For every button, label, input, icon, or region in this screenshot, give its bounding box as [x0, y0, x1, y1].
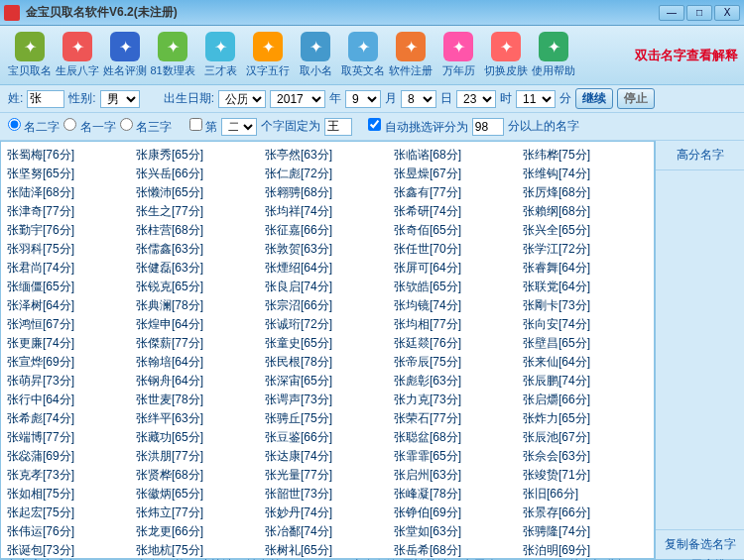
name-item[interactable]: 张伟运[76分] [5, 522, 134, 541]
name-item[interactable]: 张柱营[68分] [134, 221, 263, 240]
name-item[interactable]: 张学江[72分] [521, 240, 650, 259]
toolbar-item-4[interactable]: ✦三才表 [196, 32, 244, 78]
name-item[interactable]: 张宗沼[66分] [263, 296, 392, 315]
gender-select[interactable]: 男 [100, 90, 140, 108]
fixed-pos[interactable]: 第 [189, 118, 217, 136]
name-item[interactable]: 张屏可[64分] [392, 259, 521, 278]
toolbar-item-0[interactable]: ✦宝贝取名 [6, 32, 54, 78]
name-item[interactable]: 张賴纲[68分] [521, 202, 650, 221]
minute-select[interactable]: 11 [516, 90, 556, 108]
name-item[interactable]: 张谔声[73分] [263, 391, 392, 409]
name-item[interactable]: 张如相[75分] [5, 485, 134, 504]
name-item[interactable]: 张健磊[63分] [134, 259, 263, 278]
name-item[interactable]: 张光量[77分] [263, 466, 392, 485]
toolbar-item-11[interactable]: ✦使用帮助 [530, 32, 577, 78]
radio-3char-input[interactable] [120, 118, 133, 131]
name-item[interactable]: 张鸿恒[67分] [5, 315, 134, 334]
footer-step-b[interactable]: 根据五格三才筛选（姓名笔画） [139, 557, 305, 561]
fixed-char-input[interactable] [324, 118, 352, 136]
name-item[interactable]: 张典澜[78分] [134, 296, 263, 315]
name-item[interactable]: 张纬桦[75分] [521, 146, 650, 165]
name-item[interactable]: 张希研[74分] [392, 202, 521, 221]
name-item[interactable]: 张帝辰[75分] [392, 353, 521, 372]
toolbar-item-7[interactable]: ✦取英文名 [339, 32, 387, 78]
footer-step-a[interactable]: 名字库生成名字 [6, 557, 89, 561]
name-item[interactable]: 张彪彰[63分] [392, 372, 521, 391]
toolbar-item-10[interactable]: ✦切换皮肤 [482, 32, 530, 78]
surname-input[interactable] [27, 90, 64, 108]
name-item[interactable]: 张翱骋[68分] [263, 183, 392, 202]
name-item[interactable]: 张炜立[77分] [134, 504, 263, 522]
name-item[interactable]: 张厉烽[68分] [521, 183, 650, 202]
radio-3char[interactable]: 名三字 [120, 118, 172, 136]
name-item[interactable]: 张勤宇[76分] [5, 221, 134, 240]
name-item[interactable]: 张兴岳[66分] [134, 165, 263, 183]
month-select[interactable]: 9 [345, 90, 381, 108]
auto-pick-check[interactable] [368, 118, 381, 131]
name-item[interactable]: 张炸力[65分] [521, 409, 650, 428]
name-item[interactable]: 张荣石[77分] [392, 409, 521, 428]
footer-step-c[interactable]: 根据五行用神筛选（生辰八字） [354, 557, 520, 561]
name-item[interactable]: 张龙更[66分] [134, 522, 263, 541]
name-item[interactable]: 张蜀梅[76分] [5, 146, 134, 165]
name-item[interactable]: 张端博[77分] [5, 428, 134, 447]
name-item[interactable]: 张聪盆[68分] [392, 428, 521, 447]
name-item[interactable]: 张良启[74分] [263, 278, 392, 296]
name-item[interactable]: 张睿舞[64分] [521, 259, 650, 278]
name-item[interactable]: 张深宙[65分] [263, 372, 392, 391]
name-item[interactable]: 张豆鉴[66分] [263, 428, 392, 447]
name-item[interactable]: 张钢舟[64分] [134, 372, 263, 391]
minimize-button[interactable]: — [659, 5, 684, 21]
name-item[interactable]: 张翰培[64分] [134, 353, 263, 372]
name-item[interactable]: 张宣烨[69分] [5, 353, 134, 372]
name-item[interactable]: 张来仙[64分] [521, 353, 650, 372]
name-item[interactable]: 张任世[70分] [392, 240, 521, 259]
close-button[interactable]: X [714, 5, 740, 21]
name-item[interactable]: 张维钩[74分] [521, 165, 650, 183]
year-select[interactable]: 2017 [270, 90, 325, 108]
name-item[interactable]: 张惢蒲[69分] [5, 447, 134, 466]
name-item[interactable]: 张徽炳[65分] [134, 485, 263, 504]
name-item[interactable]: 张兴全[65分] [521, 221, 650, 240]
name-item[interactable]: 张民根[78分] [263, 353, 392, 372]
score-input[interactable] [472, 118, 504, 136]
name-item[interactable]: 张绊平[63分] [134, 409, 263, 428]
name-item[interactable]: 张亭然[63分] [263, 146, 392, 165]
name-item[interactable]: 张洪朋[77分] [134, 447, 263, 466]
name-item[interactable]: 张奇佰[65分] [392, 221, 521, 240]
name-item[interactable]: 张行中[64分] [5, 391, 134, 409]
name-item[interactable]: 张铮伯[69分] [392, 504, 521, 522]
name-item[interactable]: 张希彪[74分] [5, 409, 134, 428]
continue-button[interactable]: 继续 [575, 88, 613, 109]
name-item[interactable]: 张均祥[74分] [263, 202, 392, 221]
name-item[interactable]: 张韶世[73分] [263, 485, 392, 504]
toolbar-item-5[interactable]: ✦汉字五行 [244, 32, 292, 78]
name-item[interactable]: 张陆泽[68分] [5, 183, 134, 202]
name-item[interactable]: 张懒沛[65分] [134, 183, 263, 202]
toolbar-item-6[interactable]: ✦取小名 [292, 32, 339, 78]
stop-button[interactable]: 停止 [617, 88, 655, 109]
footer-step-d[interactable]: 给出评分解释 [569, 557, 641, 561]
name-item[interactable]: 张傑薪[77分] [134, 334, 263, 353]
radio-1char-input[interactable] [63, 118, 76, 131]
name-item[interactable]: 张廷燚[76分] [392, 334, 521, 353]
name-item[interactable]: 张冶鄱[74分] [263, 522, 392, 541]
name-item[interactable]: 张向安[74分] [521, 315, 650, 334]
name-item[interactable]: 张启爝[66分] [521, 391, 650, 409]
name-item[interactable]: 张缅僵[65分] [5, 278, 134, 296]
radio-2char-input[interactable] [8, 118, 21, 131]
fixed-pos-select[interactable]: 二 [221, 118, 257, 136]
name-item[interactable]: 张更廉[74分] [5, 334, 134, 353]
name-item[interactable]: 张均镜[74分] [392, 296, 521, 315]
name-item[interactable]: 张均相[77分] [392, 315, 521, 334]
name-item[interactable]: 张儒鑫[63分] [134, 240, 263, 259]
name-item[interactable]: 张煌申[64分] [134, 315, 263, 334]
name-item[interactable]: 张霏霏[65分] [392, 447, 521, 466]
name-item[interactable]: 张竣贽[71分] [521, 466, 650, 485]
name-item[interactable]: 张敦贺[63分] [263, 240, 392, 259]
maximize-button[interactable]: □ [686, 5, 712, 21]
name-item[interactable]: 张辰鹏[74分] [521, 372, 650, 391]
toolbar-item-2[interactable]: ✦姓名评测 [101, 32, 149, 78]
name-item[interactable]: 张君尚[74分] [5, 259, 134, 278]
name-item[interactable]: 张克孝[73分] [5, 466, 134, 485]
